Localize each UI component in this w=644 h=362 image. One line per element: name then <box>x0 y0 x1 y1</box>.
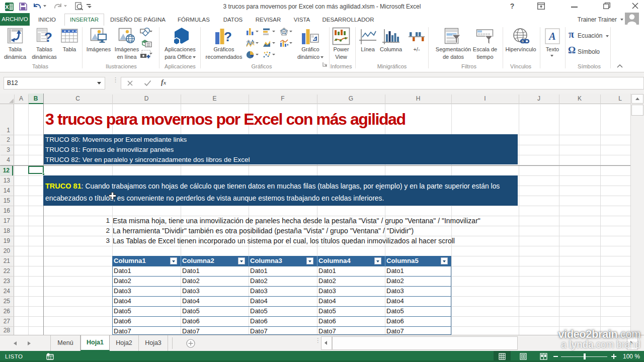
svg-text:A: A <box>548 31 555 42</box>
svg-text:?: ? <box>224 29 232 44</box>
svg-text:?: ? <box>510 2 515 10</box>
svg-text:?: ? <box>44 30 52 44</box>
